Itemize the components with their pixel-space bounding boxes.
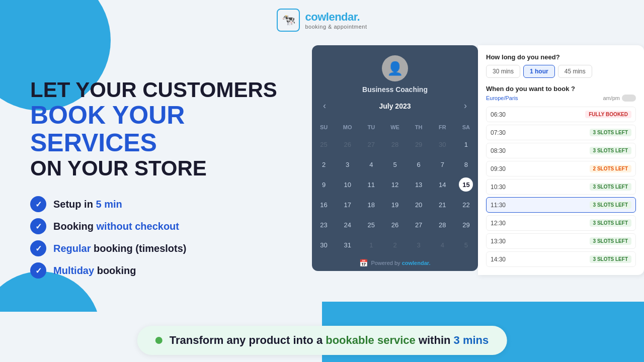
calendar-day[interactable]: 24 bbox=[336, 215, 359, 235]
calendar-day[interactable]: 21 bbox=[431, 195, 454, 215]
calendar-day[interactable]: 8 bbox=[454, 154, 478, 174]
calendar-day[interactable]: 26 bbox=[336, 134, 359, 154]
calendar-day[interactable]: 28 bbox=[431, 215, 454, 235]
day-fr: FR bbox=[431, 122, 454, 132]
calendar-day[interactable]: 25 bbox=[312, 134, 336, 154]
right-panel: 👤 Business Coaching ‹ July 2023 › SU MO … bbox=[312, 40, 644, 312]
calendar-day[interactable]: 27 bbox=[359, 134, 383, 154]
slot-time: 14:30 bbox=[491, 256, 506, 263]
main-content: LET YOUR CUSTOMERS BOOK YOUR SERVICES ON… bbox=[0, 40, 644, 312]
toggle-pill[interactable] bbox=[622, 95, 636, 102]
day-tu: TU bbox=[359, 122, 383, 132]
day-we: WE bbox=[383, 122, 407, 132]
slot-badge: FULLY BOOKED bbox=[585, 111, 631, 118]
time-slot-row[interactable]: 13:303 SLOTS LEFT bbox=[486, 233, 636, 249]
calendar-day[interactable]: 6 bbox=[407, 154, 431, 174]
calendar-day[interactable]: 23 bbox=[312, 215, 336, 235]
calendar-day[interactable]: 11 bbox=[359, 174, 383, 195]
time-slot-row[interactable]: 11:303 SLOTS LEFT bbox=[486, 197, 636, 213]
headline-line3: ON YOUR STORE bbox=[30, 157, 292, 180]
calendar-day[interactable]: 12 bbox=[383, 174, 407, 195]
calendar-day[interactable]: 31 bbox=[336, 235, 359, 255]
calendar-header: 👤 Business Coaching ‹ July 2023 › bbox=[312, 45, 478, 122]
calendar-day[interactable]: 29 bbox=[454, 215, 478, 235]
prev-month-button[interactable]: ‹ bbox=[320, 100, 329, 112]
feature-text-4: Multiday booking bbox=[53, 265, 136, 277]
slot-badge: 3 SLOTS LEFT bbox=[590, 147, 631, 154]
slot-badge: 3 SLOTS LEFT bbox=[590, 219, 631, 227]
calendar-days: 2526272829301234567891011121314151617181… bbox=[312, 134, 478, 255]
calendar-day[interactable]: 4 bbox=[431, 235, 454, 255]
calendar-day[interactable]: 4 bbox=[359, 154, 383, 174]
calendar-day[interactable]: 22 bbox=[454, 195, 478, 215]
calendar-day[interactable]: 2 bbox=[383, 235, 407, 255]
logo-icon: 🐄 bbox=[277, 9, 300, 32]
time-slot-row[interactable]: 12:303 SLOTS LEFT bbox=[486, 215, 636, 231]
day-mo: MO bbox=[336, 122, 359, 132]
timezone-row: Europe/Paris am/pm bbox=[486, 95, 636, 102]
calendar-day[interactable]: 13 bbox=[407, 174, 431, 195]
time-slot-row[interactable]: 09:302 SLOTS LEFT bbox=[486, 161, 636, 176]
slot-time: 10:30 bbox=[491, 184, 506, 191]
calendar-day[interactable]: 10 bbox=[336, 174, 359, 195]
powered-brand: cowlendar. bbox=[402, 260, 431, 266]
calendar-day[interactable]: 18 bbox=[359, 195, 383, 215]
ampm-toggle: am/pm bbox=[603, 95, 636, 102]
calendar-day[interactable]: 17 bbox=[336, 195, 359, 215]
check-icon-2 bbox=[30, 218, 46, 234]
check-icon-1 bbox=[30, 196, 46, 212]
duration-1hour[interactable]: 1 hour bbox=[523, 65, 555, 78]
time-slots-list: 06:30FULLY BOOKED07:303 SLOTS LEFT08:303… bbox=[486, 107, 636, 267]
banner-text: Transform any product into a bookable se… bbox=[170, 334, 489, 347]
calendar-day[interactable]: 20 bbox=[407, 195, 431, 215]
calendar-day[interactable]: 15 bbox=[454, 174, 478, 195]
calendar-day[interactable]: 25 bbox=[359, 215, 383, 235]
ampm-label: am/pm bbox=[603, 95, 620, 101]
calendar-day[interactable]: 16 bbox=[312, 195, 336, 215]
calendar-day[interactable]: 19 bbox=[383, 195, 407, 215]
calendar-grid: SU MO TU WE TH FR SA 2526272829301234567… bbox=[312, 122, 478, 255]
calendar-day[interactable]: 3 bbox=[336, 154, 359, 174]
time-slot-row[interactable]: 06:30FULLY BOOKED bbox=[486, 107, 636, 122]
calendar-day[interactable]: 30 bbox=[431, 134, 454, 154]
calendar-day[interactable]: 5 bbox=[383, 154, 407, 174]
duration-45min[interactable]: 45 mins bbox=[558, 65, 592, 78]
next-month-button[interactable]: › bbox=[461, 100, 470, 112]
timezone-link[interactable]: Europe/Paris bbox=[486, 95, 518, 101]
check-icon-4 bbox=[30, 262, 46, 279]
slot-time: 08:30 bbox=[491, 147, 506, 154]
calendar-day[interactable]: 1 bbox=[359, 235, 383, 255]
calendar-day[interactable]: 3 bbox=[407, 235, 431, 255]
time-slot-row[interactable]: 10:303 SLOTS LEFT bbox=[486, 179, 636, 195]
when-question: When do you want to book ? bbox=[486, 85, 636, 93]
slot-time: 13:30 bbox=[491, 238, 506, 245]
time-slot-row[interactable]: 08:303 SLOTS LEFT bbox=[486, 143, 636, 158]
calendar-day[interactable]: 9 bbox=[312, 174, 336, 195]
powered-text: Powered by cowlendar. bbox=[371, 260, 430, 266]
logo-name: cowlendar. bbox=[305, 11, 367, 24]
calendar-day[interactable]: 14 bbox=[431, 174, 454, 195]
calendar-month: July 2023 bbox=[379, 102, 411, 110]
time-slot-row[interactable]: 07:303 SLOTS LEFT bbox=[486, 125, 636, 140]
duration-30min[interactable]: 30 mins bbox=[486, 65, 520, 78]
calendar-day[interactable]: 30 bbox=[312, 235, 336, 255]
calendar-day[interactable]: 28 bbox=[383, 134, 407, 154]
calendar-day[interactable]: 7 bbox=[431, 154, 454, 174]
feature-text-3: Regular booking (timeslots) bbox=[53, 243, 186, 254]
time-slot-row[interactable]: 14:303 SLOTS LEFT bbox=[486, 251, 636, 267]
calendar-day[interactable]: 29 bbox=[407, 134, 431, 154]
calendar-day[interactable]: 27 bbox=[407, 215, 431, 235]
slot-time: 07:30 bbox=[491, 129, 506, 136]
feature-item-2: Booking without checkout bbox=[30, 218, 292, 234]
bottom-banner: Transform any product into a bookable se… bbox=[0, 312, 644, 362]
day-th: TH bbox=[407, 122, 431, 132]
calendar-day[interactable]: 26 bbox=[383, 215, 407, 235]
feature-item-4: Multiday booking bbox=[30, 262, 292, 279]
calendar-day[interactable]: 5 bbox=[454, 235, 478, 255]
calendar-day[interactable]: 1 bbox=[454, 134, 478, 154]
powered-icon: 📅 bbox=[359, 259, 368, 267]
headline-line1: LET YOUR CUSTOMERS bbox=[30, 78, 292, 102]
feature-text-1: Setup in 5 min bbox=[53, 199, 122, 210]
calendar-day[interactable]: 2 bbox=[312, 154, 336, 174]
features-list: Setup in 5 min Booking without checkout … bbox=[30, 196, 292, 279]
